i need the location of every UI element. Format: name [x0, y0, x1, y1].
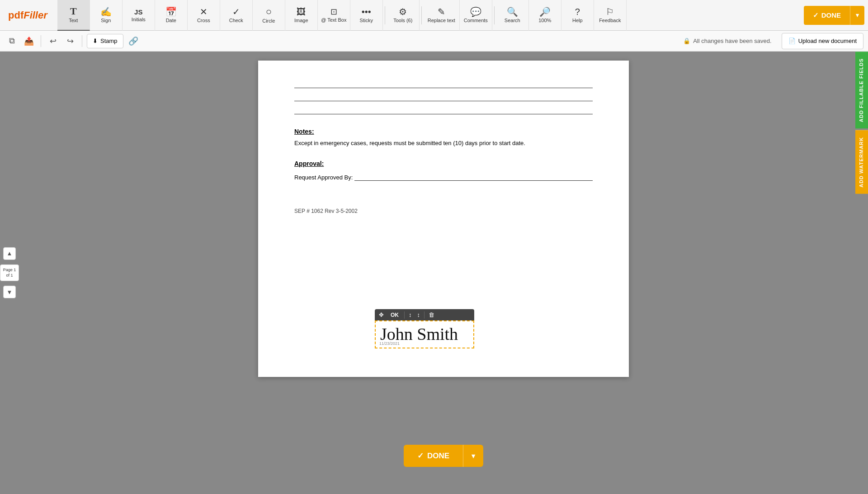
signature-content: John Smith 11/23/2021 [375, 320, 474, 348]
tool-sticky-label: Sticky [360, 18, 373, 23]
page-navigation: ▲ Page 1 of 1 ▼ [0, 52, 19, 494]
done-label-top: DONE [821, 11, 841, 19]
sticky-icon: ••• [362, 7, 371, 16]
tool-zoom[interactable]: 🔎 100% [529, 0, 561, 31]
right-panel: ADD FILLABLE FIELDS ADD WATERMARK [855, 52, 868, 494]
sig-move-button[interactable]: ✥ [377, 311, 386, 319]
notes-title: Notes: [294, 128, 593, 135]
add-watermark-button[interactable]: ADD WATERMARK [855, 130, 868, 194]
tool-initials[interactable]: JS Initials [123, 0, 155, 31]
signature-toolbar: ✥ OK ↕ ↕ 🗑 [375, 309, 474, 320]
tool-replace[interactable]: ✎ Replace text [424, 0, 460, 31]
textbox-icon: ⊡ [330, 8, 337, 16]
doc-line-1 [294, 88, 593, 88]
approval-section: Approval: Request Approved By: ✥ OK ↕ ↕ … [294, 160, 593, 181]
autosave-text: All changes have been saved. [693, 38, 771, 44]
bottom-done-label: DONE [427, 452, 449, 461]
tool-help-label: Help [572, 18, 583, 23]
stamp-icon: ⬇ [93, 38, 98, 44]
done-button-bottom[interactable]: ✓ DONE ▾ [404, 445, 483, 467]
doc-line-2 [294, 101, 593, 101]
tool-initials-label: Initials [132, 17, 146, 22]
tool-circle[interactable]: ○ Circle [253, 0, 285, 31]
comments-icon: 💬 [470, 7, 481, 16]
footer-text: SEP # 1062 Rev 3-5-2002 [294, 208, 358, 214]
tool-comments-label: Comments [464, 18, 488, 23]
logo-pdf: pdf [8, 9, 24, 21]
done-check-icon: ✓ [813, 11, 819, 19]
text-icon: T [70, 6, 77, 16]
tool-replace-label: Replace text [428, 18, 455, 23]
tool-check-label: Check [229, 18, 243, 23]
feedback-icon: ⚐ [606, 7, 614, 16]
redo-button[interactable]: ↪ [63, 34, 77, 48]
canvas-area[interactable]: Notes: Except in emergency cases, reques… [19, 52, 868, 494]
tool-cross[interactable]: ✕ Cross [188, 0, 220, 31]
approval-line [354, 172, 593, 181]
tool-text-label: Text [69, 18, 78, 23]
tool-search-label: Search [505, 18, 520, 23]
document-footer: SEP # 1062 Rev 3-5-2002 [294, 208, 593, 214]
stamp-button[interactable]: ⬇ Stamp [87, 34, 123, 48]
done-chevron-icon[interactable]: ▾ [850, 6, 864, 25]
tool-sticky[interactable]: ••• Sticky [350, 0, 383, 31]
tool-circle-label: Circle [262, 18, 275, 24]
tool-date[interactable]: 📅 Date [155, 0, 188, 31]
page-down-button[interactable]: ▼ [3, 286, 16, 298]
undo-button[interactable]: ↩ [46, 34, 60, 48]
notes-section: Notes: Except in emergency cases, reques… [294, 128, 593, 146]
add-fillable-fields-button[interactable]: ADD FILLABLE FIELDS [855, 52, 868, 128]
tools6-icon: ⚙ [399, 7, 407, 16]
sign-icon: ✍ [100, 7, 112, 16]
sig-separator-2 [424, 311, 425, 319]
sig-font-size-down-button[interactable]: ↕ [415, 311, 423, 319]
page-up-button[interactable]: ▲ [3, 247, 16, 260]
circle-icon: ○ [266, 7, 272, 17]
tool-comments[interactable]: 💬 Comments [460, 0, 492, 31]
search-icon: 🔍 [507, 7, 518, 16]
app-logo: pdfFiller [4, 9, 52, 21]
watermark-label: ADD WATERMARK [859, 137, 864, 188]
upload-document-button[interactable]: 📄 Upload new document [782, 33, 863, 49]
autosave-container: 🔒 All changes have been saved. [683, 38, 771, 44]
tool-help[interactable]: ? Help [561, 0, 594, 31]
date-icon: 📅 [165, 7, 177, 16]
toolbar-divider-2 [82, 35, 82, 47]
main-toolbar: pdfFiller T Text ✍ Sign JS Initials 📅 Da… [0, 0, 868, 31]
copy-button[interactable]: ⧉ [5, 34, 19, 48]
tool-feedback-label: Feedback [599, 18, 621, 23]
tool-sign[interactable]: ✍ Sign [90, 0, 123, 31]
help-icon: ? [575, 7, 580, 16]
sig-ok-button[interactable]: OK [387, 311, 402, 319]
tool-tools6[interactable]: ⚙ Tools (6) [387, 0, 420, 31]
image-icon: 🖼 [297, 7, 306, 16]
approval-title: Approval: [294, 160, 593, 167]
bottom-done-check-icon: ✓ [417, 451, 424, 461]
done-button-top[interactable]: ✓ DONE ▾ [804, 6, 864, 25]
pdf-document: Notes: Except in emergency cases, reques… [258, 61, 629, 377]
signature-widget[interactable]: ✥ OK ↕ ↕ 🗑 John Smith 11/23/2021 [375, 309, 474, 348]
approval-label: Request Approved By: [294, 174, 353, 181]
cross-icon: ✕ [200, 7, 208, 16]
tool-textbox[interactable]: ⊡ @ Text Box [318, 0, 350, 31]
stamp-label: Stamp [100, 38, 118, 44]
logo-filler: Filler [24, 9, 47, 21]
sig-delete-button[interactable]: 🗑 [426, 311, 437, 319]
tool-text[interactable]: T Text [57, 0, 90, 31]
bottom-done-chevron-icon[interactable]: ▾ [463, 446, 483, 466]
sig-font-size-up-button[interactable]: ↕ [406, 311, 414, 319]
link-button[interactable]: 🔗 [126, 34, 141, 48]
tool-tools6-label: Tools (6) [393, 18, 412, 23]
secondary-toolbar: ⧉ 📤 ↩ ↪ ⬇ Stamp 🔗 🔒 All changes have bee… [0, 31, 868, 52]
page-indicator: Page 1 of 1 [0, 264, 19, 281]
upload-label: Upload new document [798, 38, 857, 44]
export-button[interactable]: 📤 [22, 34, 36, 48]
sig-separator [404, 311, 405, 319]
initials-icon: JS [134, 9, 142, 15]
tool-check[interactable]: ✓ Check [220, 0, 253, 31]
tool-zoom-label: 100% [538, 18, 551, 23]
tool-feedback[interactable]: ⚐ Feedback [594, 0, 627, 31]
main-area: ▲ Page 1 of 1 ▼ Notes: Except in emergen… [0, 52, 868, 494]
tool-search[interactable]: 🔍 Search [496, 0, 529, 31]
tool-image[interactable]: 🖼 Image [285, 0, 318, 31]
